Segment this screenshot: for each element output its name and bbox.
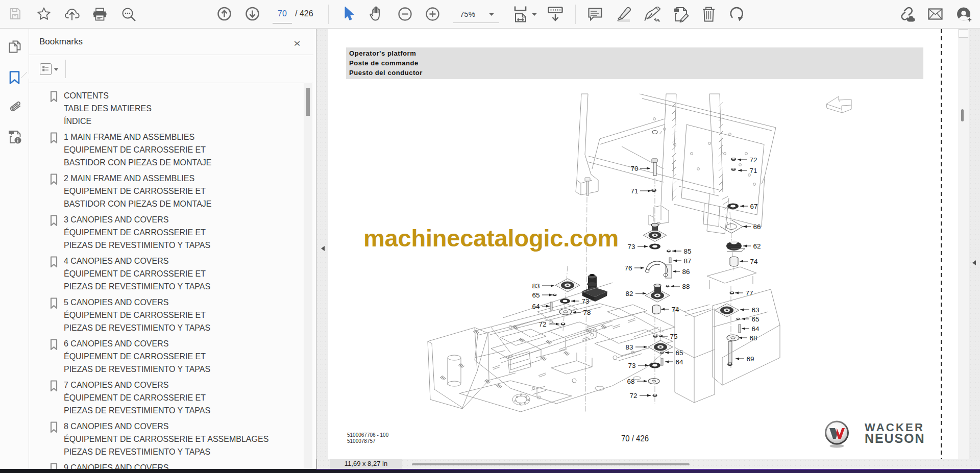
svg-text:87: 87 [683, 257, 691, 265]
svg-text:69: 69 [746, 355, 754, 363]
svg-text:86: 86 [682, 268, 690, 276]
svg-text:78: 78 [583, 309, 591, 316]
svg-text:76: 76 [624, 264, 632, 272]
svg-text:82: 82 [625, 290, 633, 297]
svg-text:64: 64 [532, 303, 540, 310]
svg-text:73: 73 [627, 243, 635, 251]
svg-text:72: 72 [629, 392, 637, 400]
svg-text:71: 71 [630, 187, 638, 195]
svg-text:75: 75 [670, 333, 677, 340]
svg-text:63: 63 [751, 306, 759, 314]
svg-text:74: 74 [671, 306, 679, 313]
svg-text:73: 73 [628, 362, 635, 369]
svg-text:64: 64 [675, 358, 683, 366]
svg-text:68: 68 [627, 378, 634, 385]
svg-text:77: 77 [745, 289, 753, 297]
svg-text:72: 72 [749, 156, 757, 164]
svg-text:72: 72 [538, 320, 546, 328]
svg-text:83: 83 [532, 282, 540, 290]
svg-text:85: 85 [683, 247, 691, 255]
svg-text:66: 66 [753, 223, 761, 231]
svg-text:68: 68 [749, 334, 757, 342]
svg-text:65: 65 [532, 291, 540, 299]
svg-text:88: 88 [682, 283, 690, 290]
svg-text:64: 64 [751, 325, 760, 333]
svg-text:73: 73 [581, 297, 589, 305]
svg-text:65: 65 [751, 315, 759, 323]
svg-text:74: 74 [750, 258, 758, 265]
svg-text:71: 71 [749, 167, 757, 175]
svg-text:65: 65 [675, 349, 683, 357]
svg-text:67: 67 [750, 203, 757, 210]
svg-text:83: 83 [625, 343, 633, 351]
svg-text:62: 62 [753, 242, 761, 250]
svg-text:70: 70 [630, 165, 638, 172]
